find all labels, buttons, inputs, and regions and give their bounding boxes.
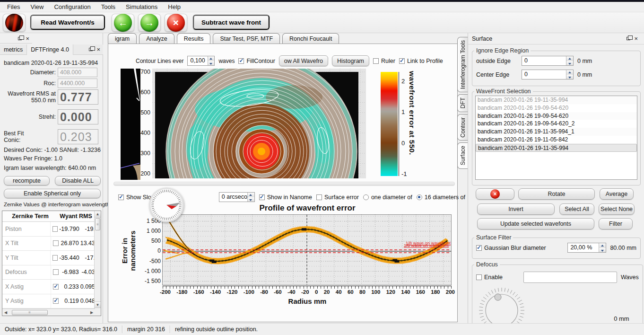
scroll-up-icon[interactable]: ▲ xyxy=(95,211,101,218)
zernike-row: X Astig 0.233 0.095 xyxy=(2,280,95,294)
wavefront-list-item[interactable]: bandicam 2020-01-26 19-09-54-620_2 xyxy=(476,120,637,128)
best-fit-conic-label: Best FitConic: xyxy=(0,130,58,143)
vertical-tab[interactable]: DFT xyxy=(457,94,468,112)
link-to-profile-checkbox[interactable]: Link to Profile xyxy=(399,58,443,64)
spin-up-icon xyxy=(566,56,573,61)
axis-tick-label: 700 xyxy=(137,69,150,75)
zernike-checkbox-icon[interactable] xyxy=(53,298,59,304)
blur-percent-spinner[interactable]: 20,00 % xyxy=(567,243,606,253)
fillcontour-checkbox[interactable]: FillContour xyxy=(238,58,275,64)
wavefront-list-item[interactable]: bandicam 2020-01-26 19-09-54-620 xyxy=(476,104,637,112)
scroll-down-icon[interactable]: ▼ xyxy=(95,301,101,308)
one-diameter-radio[interactable]: one diameter of xyxy=(363,194,412,201)
profile-angle-dial[interactable] xyxy=(149,187,184,222)
ruler-checkbox[interactable]: Ruler xyxy=(373,58,395,64)
close-icon[interactable]: × xyxy=(96,47,100,52)
enable-spherical-button[interactable]: Enable Spherical only xyxy=(4,189,101,198)
outside-edge-mm: 0 mm xyxy=(577,58,592,64)
axis-tick-label: -180 xyxy=(176,289,187,295)
axis-tick-label: 1 000 xyxy=(140,228,161,234)
subtract-wavefront-button[interactable]: Subtract wave front xyxy=(193,15,270,30)
select-none-button[interactable]: Select None xyxy=(599,203,635,215)
status-outside: Outside: x= 323.0 y= 323.0, Radius= 316.… xyxy=(0,326,122,333)
show-all-wavefronts-button[interactable]: ow All Wavefro xyxy=(279,55,328,66)
close-icon[interactable]: × xyxy=(26,36,29,41)
delete-selected-button[interactable]: × xyxy=(476,188,514,200)
scrollbar-thumb[interactable]: ≡ xyxy=(95,218,100,230)
zernike-horizontal-scrollbar[interactable]: ◀ ≡ ▶ xyxy=(2,309,95,316)
invert-button[interactable]: Invert xyxy=(477,203,555,215)
contour-map[interactable] xyxy=(152,69,366,178)
defocus-waves-input[interactable] xyxy=(523,272,617,283)
tab-dftfringe[interactable]: DFTFringe 4.0 xyxy=(26,44,73,55)
wavefront-list-item[interactable]: bandicam 2020-01-26 19-11-35-994 xyxy=(476,96,637,104)
zernike-checkbox-icon[interactable] xyxy=(52,255,58,261)
zernike-checkbox-icon[interactable] xyxy=(53,269,59,275)
wavefront-list-item[interactable]: bandicam 2020-01-26 19-11-35-994_1 xyxy=(476,128,637,136)
axis-tick-label: 40 xyxy=(336,289,342,295)
gaussian-blur-checkbox[interactable]: Gaussian Blur diameter xyxy=(476,245,546,251)
main-tab[interactable]: Results xyxy=(177,33,211,44)
rms-label: Wavefront RMS at550.0 nm xyxy=(0,90,58,104)
fringe-app-button[interactable] xyxy=(3,14,26,32)
diameter-field[interactable]: 408.000 xyxy=(58,68,97,77)
filter-button[interactable]: Filter xyxy=(599,218,633,229)
scroll-left-icon[interactable]: ◀ xyxy=(2,309,9,316)
disable-all-button[interactable]: Disable ALL xyxy=(55,176,101,185)
zernike-checkbox-icon[interactable] xyxy=(52,226,58,232)
menu-item[interactable]: Tools xyxy=(96,2,121,12)
tab-metrics[interactable]: metrics xyxy=(0,44,26,55)
delete-wavefront-button[interactable]: × xyxy=(165,14,187,32)
vertical-tab[interactable]: Interferogram Tools xyxy=(457,37,468,92)
outside-edge-spinner[interactable]: 0 xyxy=(522,56,574,66)
defocus-enable-checkbox[interactable]: Enable xyxy=(476,274,503,281)
contour-controls: Contour Lines ever 0,100 waves FillConto… xyxy=(136,55,443,66)
select-all-button[interactable]: Select All xyxy=(559,203,594,215)
axis-tick-label: 60 xyxy=(348,289,354,295)
float-icon[interactable] xyxy=(627,37,630,40)
contour-interval-spinner[interactable]: 0,100 xyxy=(187,56,215,66)
menu-item[interactable]: Help xyxy=(163,2,186,12)
histogram-button[interactable]: Histogram xyxy=(332,55,369,66)
update-selected-button[interactable]: Update selected wavefonts xyxy=(477,218,594,229)
center-edge-spinner[interactable]: 0 xyxy=(522,70,574,79)
prev-wavefront-button[interactable]: ← xyxy=(112,14,134,32)
surface-error-checkbox[interactable]: Surface error xyxy=(316,194,359,201)
scroll-right-icon[interactable]: ▶ xyxy=(88,309,95,316)
menu-item[interactable]: Simulations xyxy=(121,2,163,12)
main-tab[interactable]: Star Test, PSF, MTF xyxy=(213,33,280,44)
arcsecond-spinner[interactable]: 0 arcseco xyxy=(219,192,255,202)
splitter-handle[interactable] xyxy=(113,182,455,186)
show-in-nanometers-checkbox[interactable]: Show in Nanome xyxy=(259,194,312,201)
menu-item[interactable]: View xyxy=(25,2,49,12)
main-tab[interactable]: Ronchi Foucault xyxy=(282,33,339,44)
main-tab[interactable]: Analyze xyxy=(139,33,174,44)
scrollbar-thumb[interactable]: ≡ xyxy=(12,310,48,315)
float-icon[interactable] xyxy=(89,48,93,51)
rotate-button[interactable]: Rotate xyxy=(518,188,595,200)
close-icon[interactable]: × xyxy=(634,36,638,41)
wavefront-list[interactable]: bandicam 2020-01-26 19-11-35-994bandicam… xyxy=(475,96,637,180)
wavefront-list-item[interactable]: bandicam 2020-01-26 19-09-54-620 xyxy=(476,112,637,120)
strehl-value: 0.000 xyxy=(60,110,92,124)
vertical-tab[interactable]: Contour xyxy=(457,114,468,141)
zernike-rms-value: -4.03 xyxy=(79,269,95,275)
read-wavefronts-button[interactable]: Read Wavefront/s xyxy=(30,15,105,30)
float-icon[interactable] xyxy=(18,37,22,40)
menu-item[interactable]: Configuration xyxy=(49,2,96,12)
zernike-checkbox-icon[interactable] xyxy=(53,240,59,246)
sixteen-diameters-radio[interactable]: 16 diameters of xyxy=(417,194,465,201)
wavefront-list-item[interactable]: bandicam 2020-01-26 19-11-05-842 xyxy=(476,136,637,144)
profile-plot[interactable]: 1/8 wave on wavefront1/8 wave on wavefro… xyxy=(162,214,452,285)
zernike-checkbox-icon[interactable] xyxy=(53,284,59,290)
vertical-tab[interactable]: Surface xyxy=(457,142,468,168)
right-vertical-tabs: Interferogram ToolsDFTContourSurface xyxy=(457,37,468,169)
zernike-vertical-scrollbar[interactable]: ▲ ≡ ▼ xyxy=(94,211,101,316)
recompute-button[interactable]: recompute xyxy=(4,176,50,185)
main-tab[interactable]: igram xyxy=(108,33,137,44)
average-button[interactable]: Average xyxy=(600,188,634,200)
wavefront-list-item[interactable]: bandicam 2020-01-26 19-11-35-994 xyxy=(476,144,637,152)
roc-field[interactable]: 4400.000 xyxy=(58,79,97,88)
next-wavefront-button[interactable]: → xyxy=(138,14,161,32)
menu-item[interactable]: Files xyxy=(2,2,25,12)
